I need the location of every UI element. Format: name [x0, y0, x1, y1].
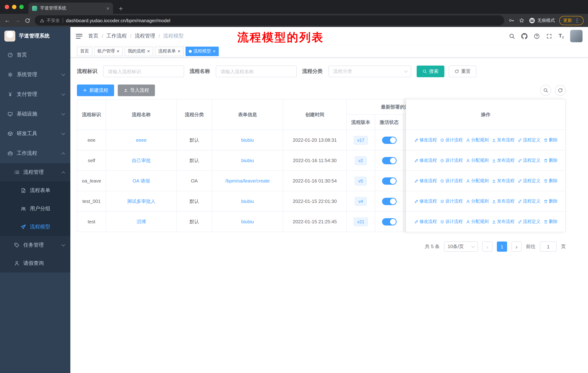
delete-link[interactable]: 删除	[543, 137, 557, 143]
edit-process-link[interactable]: 修改流程	[414, 178, 437, 184]
active-toggle[interactable]	[382, 177, 396, 184]
address-bar[interactable]: 不安全 dashboard.yudao.iocoder.cn/bpm/manag…	[35, 15, 504, 26]
assign-rule-link[interactable]: 分配规则	[466, 219, 489, 225]
sidebar-item-leave-query[interactable]: 请假查询	[0, 254, 70, 272]
close-icon[interactable]: ×	[178, 49, 180, 53]
tag-tenant[interactable]: 租户管理 ×	[94, 46, 123, 56]
breadcrumb-item[interactable]: 流程管理	[135, 33, 155, 39]
window-minimize-button[interactable]	[12, 5, 16, 9]
breadcrumb-item[interactable]: 首页	[88, 33, 98, 39]
sidebar-item-home[interactable]: 首页	[0, 45, 70, 65]
sidebar-item-system[interactable]: 系统管理	[0, 65, 70, 84]
form-info-link[interactable]: biubiu	[241, 199, 254, 204]
next-page-button[interactable]: ›	[511, 242, 522, 252]
browser-tab[interactable]: 芋道管理系统 ×	[28, 2, 113, 14]
sidebar-item-user-group[interactable]: 用户分组	[0, 200, 70, 218]
publish-process-link[interactable]: 发布流程	[492, 178, 514, 184]
edit-process-link[interactable]: 修改流程	[414, 157, 437, 163]
sidebar-item-devtools[interactable]: 研发工具	[0, 124, 70, 143]
url-text[interactable]: dashboard.yudao.iocoder.cn/bpm/manager/m…	[66, 18, 170, 23]
tag-process-model[interactable]: 流程模型 ×	[186, 46, 219, 56]
design-process-link[interactable]: 设计流程	[440, 178, 463, 184]
design-process-link[interactable]: 设计流程	[440, 219, 463, 225]
security-status[interactable]: 不安全	[40, 17, 60, 23]
goto-page-input[interactable]	[540, 242, 557, 252]
assign-rule-link[interactable]: 分配规则	[466, 157, 489, 163]
version-badge[interactable]: v2	[355, 156, 367, 165]
form-info-link[interactable]: biubiu	[241, 219, 254, 224]
tag-process-form[interactable]: 流程表单 ×	[155, 46, 184, 56]
version-badge[interactable]: v5	[355, 176, 367, 185]
process-name-input[interactable]	[216, 66, 297, 77]
close-icon[interactable]: ×	[147, 49, 150, 53]
breadcrumb-item[interactable]: 工作流程	[106, 33, 127, 39]
publish-process-link[interactable]: 发布流程	[492, 219, 514, 225]
sidebar-item-workflow[interactable]: 工作流程	[0, 143, 70, 163]
window-zoom-button[interactable]	[19, 5, 24, 9]
close-icon[interactable]: ×	[213, 49, 216, 53]
form-info-link[interactable]: /bpm/oa/leave/create	[225, 178, 270, 184]
edit-process-link[interactable]: 修改流程	[414, 137, 437, 143]
process-definition-link[interactable]: 流程定义	[517, 157, 540, 163]
browser-menu-icon[interactable]: ⋮	[575, 18, 580, 23]
edit-process-link[interactable]: 修改流程	[414, 198, 437, 204]
sidebar-collapse-icon[interactable]	[76, 34, 82, 39]
help-icon[interactable]	[534, 33, 540, 39]
user-avatar[interactable]	[570, 30, 583, 42]
tab-close-icon[interactable]: ×	[106, 5, 109, 11]
active-toggle[interactable]	[382, 198, 396, 205]
github-icon[interactable]	[522, 33, 528, 39]
current-page[interactable]: 1	[497, 242, 507, 252]
version-badge[interactable]: v4	[355, 197, 367, 206]
fullscreen-icon[interactable]	[546, 33, 552, 39]
create-process-button[interactable]: 新建流程	[77, 84, 114, 96]
delete-link[interactable]: 删除	[543, 219, 557, 225]
toggle-search-button[interactable]	[540, 85, 551, 96]
active-toggle[interactable]	[382, 218, 396, 225]
active-toggle[interactable]	[382, 157, 396, 164]
process-definition-link[interactable]: 流程定义	[517, 219, 540, 225]
process-category-select[interactable]: 流程分类	[328, 66, 411, 77]
assign-rule-link[interactable]: 分配规则	[466, 198, 489, 204]
import-process-button[interactable]: 导入流程	[118, 84, 155, 96]
version-badge[interactable]: v17	[354, 136, 368, 144]
page-size-select[interactable]: 10条/页	[444, 242, 478, 252]
search-button[interactable]: 搜索	[417, 66, 444, 77]
version-badge[interactable]: v21	[354, 217, 368, 226]
process-name-link[interactable]: OA 请假	[133, 178, 150, 183]
sidebar-item-infrastructure[interactable]: 基础设施	[0, 104, 70, 124]
assign-rule-link[interactable]: 分配规则	[466, 137, 489, 143]
sidebar-item-payment[interactable]: 支付管理	[0, 84, 70, 104]
sidebar-item-task-management[interactable]: 任务管理	[0, 236, 70, 254]
refresh-table-button[interactable]	[555, 85, 566, 96]
publish-process-link[interactable]: 发布流程	[492, 157, 514, 163]
browser-update-button[interactable]: 更新 ⋮	[559, 16, 584, 25]
form-info-link[interactable]: biubiu	[241, 158, 254, 163]
process-name-link[interactable]: 测试多审批人	[127, 198, 156, 204]
password-key-icon[interactable]	[509, 18, 514, 23]
publish-process-link[interactable]: 发布流程	[492, 137, 514, 143]
process-name-link[interactable]: eeee	[136, 137, 147, 143]
reset-button[interactable]: 重置	[449, 66, 476, 77]
delete-link[interactable]: 删除	[543, 198, 557, 204]
tag-my-process[interactable]: 我的流程 ×	[125, 46, 153, 56]
bookmark-star-icon[interactable]	[519, 18, 525, 23]
font-size-icon[interactable]: TT	[559, 33, 564, 40]
forward-icon[interactable]: →	[15, 17, 21, 24]
search-icon[interactable]	[509, 33, 515, 39]
process-id-input[interactable]	[103, 66, 184, 77]
publish-process-link[interactable]: 发布流程	[492, 198, 514, 204]
sidebar-logo[interactable]: 芋道管理系统	[0, 27, 70, 45]
active-toggle[interactable]	[382, 136, 396, 144]
design-process-link[interactable]: 设计流程	[440, 198, 463, 204]
prev-page-button[interactable]: ‹	[482, 242, 493, 252]
design-process-link[interactable]: 设计流程	[440, 137, 463, 143]
edit-process-link[interactable]: 修改流程	[414, 219, 437, 225]
close-icon[interactable]: ×	[117, 49, 119, 53]
process-definition-link[interactable]: 流程定义	[517, 137, 540, 143]
tag-home[interactable]: 首页	[77, 46, 92, 56]
assign-rule-link[interactable]: 分配规则	[466, 178, 489, 184]
process-name-link[interactable]: 自己审批	[132, 158, 151, 163]
sidebar-item-process-form[interactable]: 流程表单	[0, 181, 70, 200]
process-definition-link[interactable]: 流程定义	[517, 178, 540, 184]
